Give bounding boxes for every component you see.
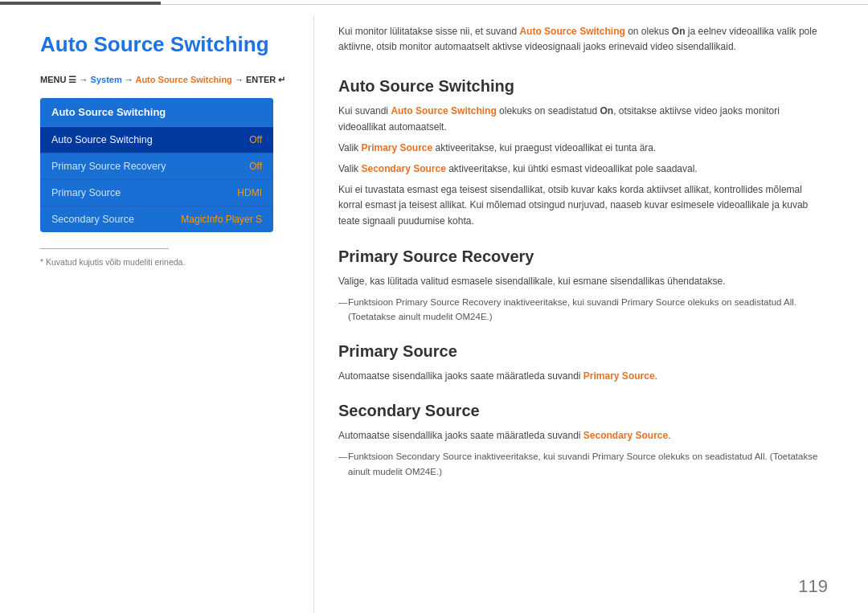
section-primary-source: Primary Source Automaatse sisendallika j… xyxy=(338,342,828,385)
section-auto-p3: Valik Secondary Source aktiveeritakse, k… xyxy=(338,161,828,178)
top-bar xyxy=(0,0,868,5)
section-primary-source-title: Primary Source xyxy=(338,342,828,361)
intro-paragraph: Kui monitor lülitatakse sisse nii, et su… xyxy=(338,24,828,55)
menu-item-auto-source-label: Auto Source Switching xyxy=(51,134,153,145)
section-auto-source: Auto Source Switching Kui suvandi Auto S… xyxy=(338,77,828,230)
intro-text1: Kui monitor lülitatakse sisse nii, et su… xyxy=(338,26,519,37)
menu-item-primary-recovery-label: Primary Source Recovery xyxy=(51,161,166,172)
intro-text2: on olekus xyxy=(628,26,672,37)
menu-system: System xyxy=(91,75,122,84)
section-primary-recovery-title: Primary Source Recovery xyxy=(338,247,828,266)
menu-icon: ☰ xyxy=(68,75,76,84)
menu-arrow1: → xyxy=(80,75,91,84)
menu-item-primary-source[interactable]: Primary Source HDMI xyxy=(40,180,273,206)
hl-primary-recovery-fn: Primary Source Recovery xyxy=(395,297,501,307)
page-title: Auto Source Switching xyxy=(40,32,289,57)
section-secondary-source-p1: Automaatse sisendallika jaoks saate määr… xyxy=(338,428,828,444)
menu-item-auto-source[interactable]: Auto Source Switching Off xyxy=(40,127,273,153)
hl-auto-switching: Auto Source Switching xyxy=(391,105,496,116)
section-auto-p2: Valik Primary Source aktiveeritakse, kui… xyxy=(338,141,828,157)
section-primary-source-p1: Automaatse sisendallika jaoks saate määr… xyxy=(338,369,828,385)
hl-secondary-source-2: Secondary Source xyxy=(583,430,668,441)
section-primary-recovery: Primary Source Recovery Valige, kas lüli… xyxy=(338,247,828,325)
section-auto-p1: Kui suvandi Auto Source Switching olekuk… xyxy=(338,104,828,136)
model-note: * Kuvatud kujutis võib mudeliti erineda. xyxy=(40,257,289,267)
menu-arrow2: → xyxy=(125,75,136,84)
page-number: 119 xyxy=(798,576,828,597)
menu-prefix: MENU xyxy=(40,75,68,84)
menu-item-auto-source-value: Off xyxy=(249,134,262,145)
enter-icon: ↵ xyxy=(278,75,285,84)
hl-all-1: All xyxy=(784,297,794,307)
hl-primary-source-2: Primary Source xyxy=(621,297,685,307)
page-content: Auto Source Switching MENU ☰ → System → … xyxy=(0,16,868,613)
menu-path: MENU ☰ → System → Auto Source Switching … xyxy=(40,75,289,85)
section-primary-recovery-note: Funktsioon Primary Source Recovery inakt… xyxy=(338,295,828,325)
menu-item-secondary-source[interactable]: Secondary Source MagicInfo Player S xyxy=(40,206,273,232)
intro-highlight-on: On xyxy=(672,26,686,37)
menu-box-header: Auto Source Switching xyxy=(40,98,273,127)
menu-item-secondary-source-label: Secondary Source xyxy=(51,214,134,225)
section-auto-p4: Kui ei tuvastata esmast ega teisest sise… xyxy=(338,182,828,230)
section-secondary-source-title: Secondary Source xyxy=(338,402,828,420)
hl-secondary-source-1: Secondary Source xyxy=(361,163,445,174)
hl-on-1: On xyxy=(600,105,613,116)
menu-arrow3: → ENTER xyxy=(235,75,278,84)
menu-auto: Auto Source Switching xyxy=(135,75,231,84)
hl-secondary-source-fn: Secondary Source xyxy=(395,452,472,461)
divider xyxy=(40,248,169,249)
section-secondary-source: Secondary Source Automaatse sisendallika… xyxy=(338,402,828,479)
hl-primary-source-3: Primary Source xyxy=(583,370,655,382)
menu-item-primary-source-label: Primary Source xyxy=(51,187,121,198)
menu-box: Auto Source Switching Auto Source Switch… xyxy=(40,98,273,232)
section-secondary-source-note: Funktsioon Secondary Source inaktiveerit… xyxy=(338,449,828,479)
menu-item-primary-source-value: HDMI xyxy=(237,187,262,198)
right-column: Kui monitor lülitatakse sisse nii, et su… xyxy=(313,16,868,613)
top-bar-accent xyxy=(0,2,161,5)
hl-primary-source-4: Primary Source xyxy=(592,452,656,461)
section-primary-recovery-p1: Valige, kas lülitada valitud esmasele si… xyxy=(338,274,828,290)
top-bar-line xyxy=(161,4,868,5)
hl-all-2: All xyxy=(755,452,765,461)
left-column: Auto Source Switching MENU ☰ → System → … xyxy=(0,16,313,613)
menu-item-secondary-source-value: MagicInfo Player S xyxy=(181,214,262,225)
hl-primary-source-1: Primary Source xyxy=(361,142,432,153)
menu-item-primary-recovery[interactable]: Primary Source Recovery Off xyxy=(40,153,273,180)
menu-item-primary-recovery-value: Off xyxy=(249,161,262,172)
intro-highlight-auto: Auto Source Switching xyxy=(519,26,624,37)
section-auto-source-title: Auto Source Switching xyxy=(338,77,828,96)
